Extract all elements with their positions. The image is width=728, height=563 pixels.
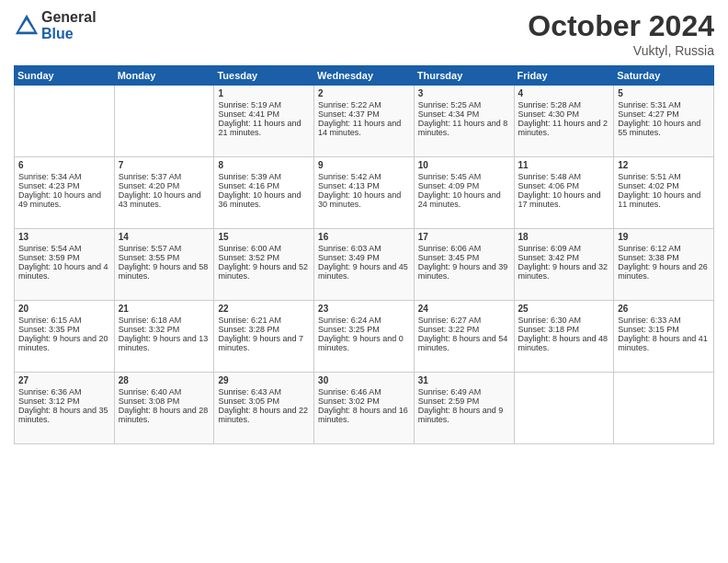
daylight-text: Daylight: 8 hours and 28 minutes. [119,406,210,424]
sunrise-text: Sunrise: 6:43 AM [218,387,310,396]
daylight-text: Daylight: 10 hours and 4 minutes. [18,262,110,281]
sunrise-text: Sunrise: 6:00 AM [218,244,310,253]
day-number: 14 [119,232,210,242]
table-row: 18Sunrise: 6:09 AMSunset: 3:42 PMDayligh… [514,229,614,301]
sunset-text: Sunset: 3:52 PM [218,253,310,262]
logo-general-text: General [41,9,97,26]
table-row: 23Sunrise: 6:24 AMSunset: 3:25 PMDayligh… [314,301,415,373]
daylight-text: Daylight: 10 hours and 43 minutes. [119,190,210,209]
table-row: 30Sunrise: 6:46 AMSunset: 3:02 PMDayligh… [314,373,415,444]
sunset-text: Sunset: 3:32 PM [119,325,210,334]
table-row: 26Sunrise: 6:33 AMSunset: 3:15 PMDayligh… [614,301,714,373]
day-number: 29 [218,375,310,385]
daylight-text: Daylight: 10 hours and 30 minutes. [318,190,410,209]
sunrise-text: Sunrise: 6:30 AM [518,316,610,325]
sunset-text: Sunset: 4:23 PM [18,181,110,190]
table-row: 19Sunrise: 6:12 AMSunset: 3:38 PMDayligh… [614,229,714,301]
title-block: October 2024 Vuktyl, Russia [528,9,714,58]
day-number: 28 [119,375,210,385]
sunset-text: Sunset: 4:13 PM [318,181,410,190]
sunset-text: Sunset: 3:18 PM [518,325,610,334]
sunset-text: Sunset: 4:34 PM [418,109,510,119]
daylight-text: Daylight: 10 hours and 36 minutes. [218,190,310,209]
daylight-text: Daylight: 9 hours and 45 minutes. [318,262,410,281]
sunset-text: Sunset: 3:02 PM [318,396,410,406]
sunset-text: Sunset: 3:28 PM [218,325,310,334]
sunset-text: Sunset: 4:16 PM [218,181,310,190]
daylight-text: Daylight: 10 hours and 11 minutes. [618,190,710,209]
sunrise-text: Sunrise: 6:49 AM [418,387,510,396]
calendar-table: Sunday Monday Tuesday Wednesday Thursday… [14,65,714,444]
table-row: 27Sunrise: 6:36 AMSunset: 3:12 PMDayligh… [15,373,115,444]
table-row [514,373,614,444]
table-row: 10Sunrise: 5:45 AMSunset: 4:09 PMDayligh… [414,157,514,229]
table-row: 16Sunrise: 6:03 AMSunset: 3:49 PMDayligh… [314,229,415,301]
sunset-text: Sunset: 4:27 PM [618,109,710,119]
sunrise-text: Sunrise: 6:24 AM [318,316,410,325]
sunset-text: Sunset: 4:09 PM [418,181,510,190]
day-number: 9 [318,160,410,170]
sunrise-text: Sunrise: 6:12 AM [618,244,710,253]
sunrise-text: Sunrise: 6:46 AM [318,387,410,396]
sunrise-text: Sunrise: 5:54 AM [18,244,110,253]
table-row: 25Sunrise: 6:30 AMSunset: 3:18 PMDayligh… [514,301,614,373]
day-number: 26 [618,304,710,314]
sunrise-text: Sunrise: 5:48 AM [518,172,610,181]
sunset-text: Sunset: 3:45 PM [418,253,510,262]
sunrise-text: Sunrise: 5:34 AM [18,172,110,181]
sunrise-text: Sunrise: 6:18 AM [119,316,210,325]
sunrise-text: Sunrise: 5:42 AM [318,172,410,181]
sunset-text: Sunset: 4:06 PM [518,181,610,190]
day-number: 19 [618,232,710,242]
day-number: 15 [218,232,310,242]
day-number: 30 [318,375,410,385]
table-row: 5Sunrise: 5:31 AMSunset: 4:27 PMDaylight… [614,86,714,157]
sunset-text: Sunset: 3:05 PM [218,396,310,406]
daylight-text: Daylight: 10 hours and 17 minutes. [518,190,610,209]
daylight-text: Daylight: 9 hours and 58 minutes. [119,262,210,281]
table-row [614,373,714,444]
calendar-week-row: 27Sunrise: 6:36 AMSunset: 3:12 PMDayligh… [15,373,714,444]
day-number: 6 [18,160,110,170]
daylight-text: Daylight: 10 hours and 24 minutes. [418,190,510,209]
sunrise-text: Sunrise: 6:03 AM [318,244,410,253]
day-number: 17 [418,232,510,242]
table-row [15,86,115,157]
sunrise-text: Sunrise: 5:51 AM [618,172,710,181]
sunset-text: Sunset: 4:02 PM [618,181,710,190]
daylight-text: Daylight: 9 hours and 32 minutes. [518,262,610,281]
day-number: 10 [418,160,510,170]
calendar-week-row: 1Sunrise: 5:19 AMSunset: 4:41 PMDaylight… [15,86,714,157]
day-number: 23 [318,304,410,314]
table-row: 7Sunrise: 5:37 AMSunset: 4:20 PMDaylight… [114,157,214,229]
sunrise-text: Sunrise: 6:36 AM [18,387,110,396]
day-number: 1 [218,88,310,98]
sunrise-text: Sunrise: 5:28 AM [518,100,610,109]
table-row: 17Sunrise: 6:06 AMSunset: 3:45 PMDayligh… [414,229,514,301]
day-number: 22 [218,304,310,314]
table-row: 8Sunrise: 5:39 AMSunset: 4:16 PMDaylight… [214,157,314,229]
day-number: 16 [318,232,410,242]
table-row: 3Sunrise: 5:25 AMSunset: 4:34 PMDaylight… [414,86,514,157]
table-row: 28Sunrise: 6:40 AMSunset: 3:08 PMDayligh… [114,373,214,444]
daylight-text: Daylight: 9 hours and 20 minutes. [18,334,110,352]
sunrise-text: Sunrise: 5:57 AM [119,244,210,253]
table-row: 29Sunrise: 6:43 AMSunset: 3:05 PMDayligh… [214,373,314,444]
daylight-text: Daylight: 11 hours and 14 minutes. [318,119,410,137]
sunrise-text: Sunrise: 5:37 AM [119,172,210,181]
daylight-text: Daylight: 8 hours and 22 minutes. [218,406,310,424]
calendar-header-row: Sunday Monday Tuesday Wednesday Thursday… [15,66,714,86]
sunrise-text: Sunrise: 5:31 AM [618,100,710,109]
table-row: 2Sunrise: 5:22 AMSunset: 4:37 PMDaylight… [314,86,415,157]
col-monday: Monday [114,66,214,86]
daylight-text: Daylight: 10 hours and 49 minutes. [18,190,110,209]
col-tuesday: Tuesday [214,66,314,86]
daylight-text: Daylight: 9 hours and 26 minutes. [618,262,710,281]
col-sunday: Sunday [15,66,115,86]
sunrise-text: Sunrise: 6:06 AM [418,244,510,253]
day-number: 18 [518,232,610,242]
sunrise-text: Sunrise: 6:33 AM [618,316,710,325]
sunset-text: Sunset: 4:37 PM [318,109,410,119]
sunrise-text: Sunrise: 6:09 AM [518,244,610,253]
day-number: 21 [119,304,210,314]
